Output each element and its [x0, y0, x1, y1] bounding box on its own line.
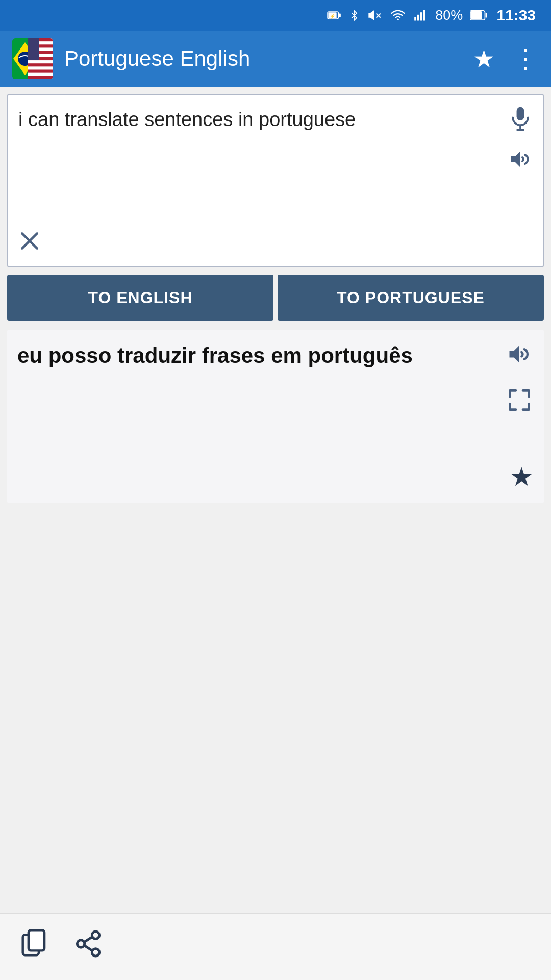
svg-text:⚡: ⚡ — [330, 13, 336, 19]
to-portuguese-button[interactable]: TO PORTUGUESE — [278, 275, 544, 321]
output-sound-button[interactable] — [506, 341, 533, 374]
time-display: 11:33 — [496, 7, 536, 24]
bluetooth-icon — [348, 8, 360, 22]
app-flag — [12, 38, 53, 79]
input-text[interactable]: i can translate sentences in portuguese — [18, 106, 437, 133]
svg-rect-26 — [517, 107, 524, 120]
output-icons — [505, 341, 534, 416]
svg-rect-32 — [29, 930, 44, 950]
output-favorite-button[interactable]: ★ — [510, 461, 534, 492]
mic-button[interactable] — [509, 106, 532, 133]
svg-line-37 — [84, 945, 92, 951]
svg-rect-23 — [28, 70, 53, 73]
svg-rect-22 — [28, 63, 53, 66]
to-english-button[interactable]: TO ENGLISH — [7, 275, 273, 321]
battery-icon — [470, 10, 487, 21]
svg-rect-24 — [28, 76, 53, 79]
output-area: eu posso traduzir frases em português — [7, 330, 544, 503]
svg-rect-7 — [414, 17, 416, 21]
input-sound-button[interactable] — [508, 147, 533, 172]
svg-rect-12 — [486, 13, 487, 17]
svg-rect-25 — [28, 38, 39, 60]
wifi-icon — [389, 8, 407, 22]
svg-rect-13 — [470, 11, 482, 19]
app-bar: Portuguese English ★ ⋮ — [0, 31, 551, 87]
status-icons: ⚡ 80% — [327, 8, 487, 23]
input-icons — [508, 106, 533, 172]
svg-rect-8 — [417, 15, 419, 21]
expand-button[interactable] — [505, 386, 534, 416]
translate-buttons: TO ENGLISH TO PORTUGUESE — [7, 275, 544, 321]
status-bar: ⚡ 80% — [0, 0, 551, 31]
menu-button[interactable]: ⋮ — [512, 45, 539, 72]
clear-button[interactable] — [18, 230, 41, 257]
content-spacer — [0, 503, 551, 913]
share-button[interactable] — [73, 929, 103, 965]
app-title: Portuguese English — [64, 46, 462, 71]
svg-line-36 — [84, 937, 92, 942]
app-bar-actions: ★ ⋮ — [473, 44, 539, 73]
svg-rect-9 — [420, 12, 422, 20]
signal-icon — [414, 8, 428, 22]
battery-percent: 80% — [435, 8, 463, 23]
svg-rect-1 — [339, 14, 341, 17]
favorite-button[interactable]: ★ — [473, 44, 495, 73]
input-area: i can translate sentences in portuguese — [7, 94, 544, 267]
copy-button[interactable] — [20, 929, 48, 965]
bottom-bar — [0, 913, 551, 980]
svg-rect-10 — [423, 10, 425, 21]
output-text: eu posso traduzir frases em português — [17, 341, 413, 371]
mute-icon — [367, 8, 382, 22]
battery-charge-icon: ⚡ — [327, 8, 341, 22]
svg-point-6 — [397, 18, 399, 20]
